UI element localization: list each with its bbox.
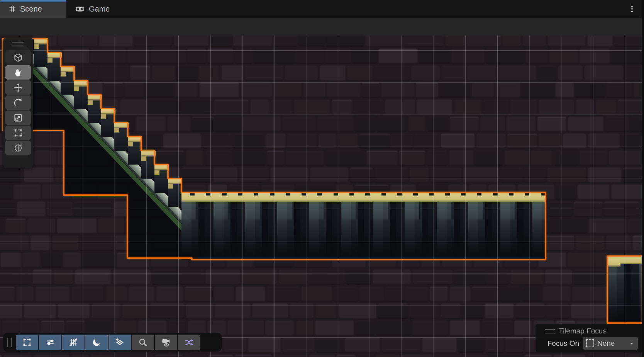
tools-overlay-drag-handle[interactable] [12, 42, 24, 46]
cube-icon [13, 53, 23, 63]
scale-tool-button[interactable] [5, 110, 31, 125]
scene-toolbar: Center Local Y 2D [0, 18, 644, 36]
scene-viewport[interactable] [0, 36, 644, 357]
rect-icon [13, 128, 23, 138]
scale-icon [13, 113, 23, 123]
unity-editor-window: Scene Game Center Local Y [0, 0, 644, 357]
lighting-toggle-button[interactable] [85, 335, 108, 350]
view-tool-button[interactable] [5, 50, 31, 65]
tilemap-bottom-toolbar [3, 333, 222, 352]
chevron-down-icon [629, 340, 635, 347]
tab-game[interactable]: Game [66, 0, 127, 18]
sphere-crescent-icon [92, 337, 102, 347]
tab-game-label: Game [89, 5, 110, 14]
move-icon [13, 83, 23, 93]
randomize-tool-button[interactable] [178, 335, 200, 350]
sprite-settings-toggle-button[interactable] [39, 335, 61, 350]
tools-overlay [3, 37, 33, 168]
rotate-icon [13, 98, 23, 108]
focus-on-dropdown[interactable]: None [583, 337, 638, 350]
transform-icon [13, 143, 23, 153]
tab-bar: Scene Game [0, 0, 644, 18]
tilemap-focus-overlay: Tilemap Focus Focus On None [536, 324, 642, 352]
tab-scene-label: Scene [20, 5, 42, 14]
transform-tool-button[interactable] [5, 141, 31, 155]
hand-icon [13, 68, 23, 78]
search-tool-button[interactable] [132, 335, 154, 350]
tilemap-focus-title: Tilemap Focus [559, 327, 607, 335]
tilemap-focus-drag-handle[interactable] [545, 329, 555, 333]
magnifier-icon [138, 337, 148, 347]
shuffle-icon [184, 337, 194, 347]
rect-tool-button[interactable] [5, 126, 31, 140]
hand-tool-button[interactable] [5, 65, 31, 80]
dashed-rect-icon [586, 339, 594, 347]
active-tab-accent [0, 0, 66, 2]
tab-scene[interactable]: Scene [0, 0, 66, 18]
rotate-tool-button[interactable] [5, 95, 31, 110]
sliders-icon [45, 337, 55, 347]
window-edge-strip [642, 0, 644, 357]
gamepad-icon [75, 4, 85, 14]
focus-on-label: Focus On [547, 339, 579, 348]
move-tool-button[interactable] [5, 80, 31, 95]
camera-preview-toggle-button[interactable] [155, 335, 177, 350]
grid-visibility-toggle-button[interactable] [62, 335, 85, 350]
focus-on-value: None [597, 339, 625, 348]
bottom-toolbar-drag-handle[interactable] [7, 338, 12, 347]
grid-icon [8, 5, 16, 13]
camera-eye-icon [161, 337, 171, 347]
rect-outline-toggle-button[interactable] [16, 335, 38, 350]
rect-icon [22, 337, 32, 347]
grid-slash-icon [68, 337, 78, 347]
tile-palette-toggle-button[interactable] [108, 335, 131, 350]
tile-palette-icon [115, 337, 125, 347]
kebab-menu-icon[interactable] [626, 3, 638, 15]
